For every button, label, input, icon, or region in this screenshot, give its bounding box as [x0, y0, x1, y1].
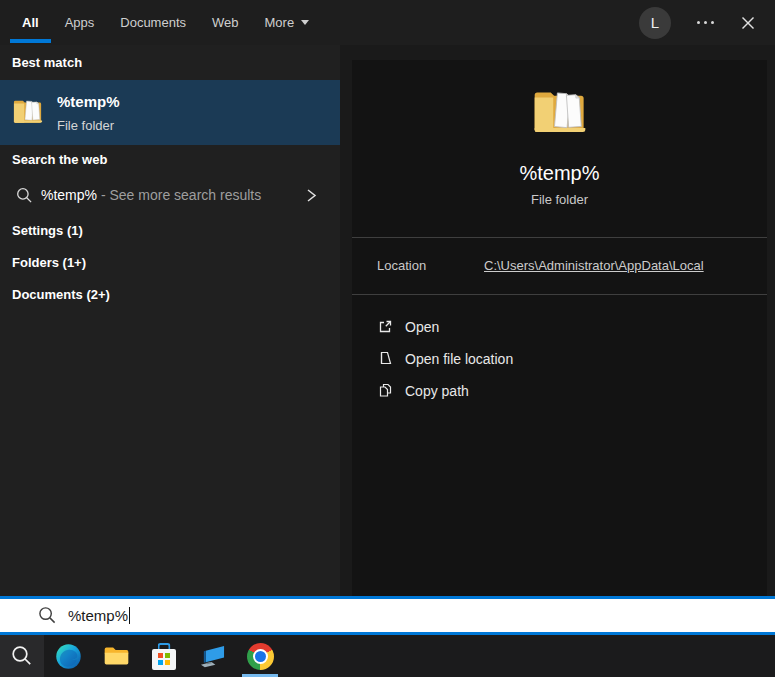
- close-icon[interactable]: [740, 15, 756, 31]
- taskbar-file-explorer-button[interactable]: [92, 635, 140, 677]
- filter-tabs: All Apps Documents Web More: [22, 0, 309, 45]
- tab-all[interactable]: All: [22, 0, 39, 45]
- preview-title: %temp%: [352, 162, 767, 185]
- best-match-header: Best match: [12, 55, 82, 70]
- tab-apps-label: Apps: [65, 15, 95, 30]
- location-row: Location C:\Users\Administrator\AppData\…: [377, 258, 742, 273]
- taskbar-store-button[interactable]: [140, 635, 188, 677]
- active-tab-underline: [10, 39, 51, 43]
- open-icon: [377, 318, 394, 335]
- taskbar: [0, 635, 775, 677]
- chevron-right-icon: [304, 187, 319, 204]
- store-icon: [152, 643, 176, 670]
- action-copy-path-label: Copy path: [405, 383, 469, 399]
- search-filter-bar: All Apps Documents Web More L: [0, 0, 775, 45]
- taskbar-pc-button[interactable]: [188, 635, 236, 677]
- best-match-subtitle: File folder: [57, 118, 114, 133]
- action-open-file-location-label: Open file location: [405, 351, 513, 367]
- copy-path-icon: [377, 382, 394, 399]
- search-web-header: Search the web: [12, 152, 107, 167]
- web-search-result[interactable]: %temp% - See more search results: [0, 178, 340, 214]
- web-search-text: %temp% - See more search results: [41, 187, 261, 203]
- taskbar-chrome-button[interactable]: [236, 635, 284, 677]
- search-flyout-window: All Apps Documents Web More L: [0, 0, 775, 677]
- tab-web-label: Web: [212, 15, 239, 30]
- search-input-value: %temp%: [68, 607, 130, 624]
- tab-documents-label: Documents: [120, 15, 186, 30]
- action-open[interactable]: Open: [352, 311, 767, 343]
- group-header-settings[interactable]: Settings (1): [12, 223, 83, 238]
- location-link[interactable]: C:\Users\Administrator\AppData\Local: [484, 258, 704, 273]
- action-open-file-location[interactable]: Open file location: [352, 343, 767, 375]
- tab-more-label: More: [265, 15, 295, 30]
- search-icon: [38, 606, 57, 625]
- chrome-icon: [247, 643, 274, 670]
- chevron-down-icon: [301, 20, 309, 25]
- taskbar-edge-button[interactable]: [44, 635, 92, 677]
- group-header-folders[interactable]: Folders (1+): [12, 255, 86, 270]
- search-input[interactable]: %temp%: [0, 596, 775, 635]
- search-icon: [11, 645, 33, 667]
- file-explorer-icon: [103, 644, 130, 668]
- group-header-documents[interactable]: Documents (2+): [12, 287, 110, 302]
- tab-all-label: All: [22, 15, 39, 30]
- topbar-actions: L: [639, 0, 775, 45]
- search-icon: [16, 187, 33, 204]
- folder-icon: [13, 97, 43, 125]
- results-panel: Best match %temp% File folder Search the…: [0, 45, 340, 596]
- divider: [352, 237, 767, 238]
- divider: [352, 294, 767, 295]
- best-match-title: %temp%: [57, 93, 120, 110]
- avatar-letter: L: [651, 14, 659, 31]
- best-match-result[interactable]: %temp% File folder: [0, 80, 340, 145]
- web-search-suffix: - See more search results: [97, 187, 261, 203]
- taskbar-search-button[interactable]: [0, 635, 44, 677]
- user-avatar[interactable]: L: [639, 7, 671, 39]
- text-cursor: [129, 607, 130, 624]
- action-copy-path[interactable]: Copy path: [352, 375, 767, 407]
- more-options-icon[interactable]: [697, 0, 714, 45]
- web-search-query: %temp%: [41, 187, 97, 203]
- edge-icon: [55, 643, 82, 670]
- tab-documents[interactable]: Documents: [120, 0, 186, 45]
- pc-icon: [198, 644, 227, 669]
- preview-pane: %temp% File folder Location C:\Users\Adm…: [352, 60, 767, 596]
- location-label: Location: [377, 258, 484, 273]
- open-file-location-icon: [377, 350, 394, 367]
- folder-icon-large: [533, 86, 587, 136]
- preview-subtitle: File folder: [352, 192, 767, 207]
- tab-web[interactable]: Web: [212, 0, 239, 45]
- tab-more[interactable]: More: [265, 0, 310, 45]
- action-open-label: Open: [405, 319, 439, 335]
- tab-apps[interactable]: Apps: [65, 0, 95, 45]
